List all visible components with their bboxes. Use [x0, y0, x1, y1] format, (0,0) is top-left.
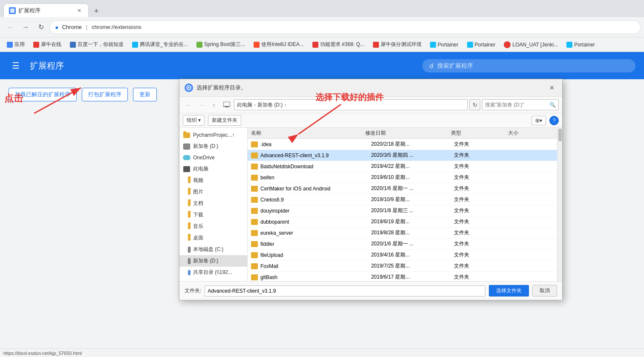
bm-icon-feature: [312, 42, 318, 48]
file-row-idea[interactable]: .idea 2020/2/18 星期... 文件夹: [248, 139, 557, 150]
sidebar-desktop[interactable]: 桌面: [179, 232, 247, 244]
sidebar-onedrive[interactable]: OneDrive: [179, 152, 247, 163]
forward-button[interactable]: →: [19, 20, 32, 34]
new-tab-button[interactable]: +: [90, 5, 102, 17]
col-name: 名称: [251, 130, 365, 137]
footer-label: 文件夹:: [185, 287, 201, 294]
pack-extension-button[interactable]: 打包扩展程序: [82, 88, 128, 101]
dialog-search-input[interactable]: [485, 102, 548, 108]
file-type-baidu-disk: 文件夹: [454, 163, 509, 170]
bookmark-baidu[interactable]: 百度一下，你就知道: [66, 40, 127, 49]
file-row-arc[interactable]: Advanced-REST-client_v3.1.9 2020/3/5 星期四…: [248, 150, 557, 161]
sidebar-share[interactable]: 共享目录 (\\192...: [179, 267, 247, 278]
folder-icon-fileupload: [251, 252, 258, 258]
active-tab[interactable]: 扩展程序 ✕: [3, 3, 89, 17]
sidebar-pycharm[interactable]: PycharmProjec...↑: [179, 130, 247, 141]
sidebar-label-music: 音乐: [193, 223, 203, 230]
bookmark-portainer1[interactable]: Portainer: [427, 41, 462, 49]
bm-icon-tencent: [132, 42, 138, 48]
sidebar-music[interactable]: 音乐: [179, 221, 247, 232]
sidebar-downloads[interactable]: 下载: [179, 209, 247, 221]
sidebar-label-pycharm: PycharmProjec...↑: [193, 132, 234, 138]
dialog-search-icon: 🔍: [549, 102, 556, 108]
file-row-eureka[interactable]: eureka_server 2019/8/28 星期... 文件夹: [248, 227, 557, 239]
organize-button[interactable]: 组织 ▾: [183, 115, 205, 126]
svg-rect-5: [225, 107, 228, 107]
sidebar-label-desktop: 桌面: [193, 234, 203, 242]
bookmark-feature[interactable]: 功能需求 #368: Q...: [309, 40, 368, 49]
sidebar-network[interactable]: 网络: [179, 278, 247, 281]
folder-icon-idea: [251, 141, 258, 147]
dialog-refresh-button[interactable]: ↻: [469, 99, 480, 110]
cancel-button[interactable]: 取消: [532, 285, 557, 297]
bm-label-spring: Spring Boot第三...: [204, 41, 245, 48]
back-button[interactable]: ←: [3, 20, 17, 34]
sidebar-label-network: 网络: [193, 280, 203, 281]
bookmark-portainer3[interactable]: Portainer: [563, 41, 598, 49]
file-type-arc: 文件夹: [454, 152, 509, 159]
file-row-dubbo[interactable]: dubboparent 2019/6/19 星期... 文件夹: [248, 216, 557, 227]
ext-search-bar[interactable]: ☌: [422, 59, 635, 72]
bookmark-spring[interactable]: Spring Boot第三...: [193, 40, 249, 49]
bookmark-xniu[interactable]: 犀牛在线: [30, 40, 65, 49]
reload-button[interactable]: ↻: [34, 20, 48, 34]
load-extension-button[interactable]: 加载已解压的扩展程序: [9, 88, 77, 101]
file-name-fileupload: fileUpload: [260, 252, 371, 258]
file-row-certmaker[interactable]: CertMaker for iOS and Android 2020/1/6 星…: [248, 183, 557, 194]
file-row-douyin[interactable]: douyinspider 2020/1/8 星期三 ... 文件夹: [248, 205, 557, 216]
dialog-back-button[interactable]: ←: [183, 99, 194, 110]
file-row-fileupload[interactable]: fileUpload 2019/4/16 星期... 文件夹: [248, 250, 557, 261]
file-type-idea: 文件夹: [454, 141, 509, 148]
update-button[interactable]: 更新: [133, 88, 157, 101]
sidebar-new-drive-top[interactable]: 新加卷 (D:): [179, 141, 247, 152]
dialog-forward-button[interactable]: →: [196, 99, 207, 110]
footer-filename-input[interactable]: [205, 285, 485, 297]
select-folder-button[interactable]: 选择文件夹: [489, 285, 529, 297]
help-button[interactable]: ?: [549, 116, 559, 125]
file-date-idea: 2020/2/18 星期...: [371, 141, 454, 148]
bookmark-intellij[interactable]: 使用IntelliJ IDEA...: [250, 40, 307, 49]
file-row-baidu-disk[interactable]: BaiduNetdiskDownload 2019/4/22 星期... 文件夹: [248, 161, 557, 172]
sidebar-video[interactable]: 视频: [179, 175, 247, 186]
browser-frame: 扩展程序 ✕ + ← → ↻ ● Chrome | chrome://exten…: [0, 0, 644, 357]
sidebar-label-c-drive: 本地磁盘 (C:): [193, 246, 223, 253]
bm-label-tencent: 腾讯课堂_专业的在...: [140, 41, 188, 48]
folder-icon-fiddler: [251, 241, 258, 247]
tab-label: 扩展程序: [18, 7, 40, 14]
sidebar-d-drive[interactable]: 新加卷 (D:): [179, 255, 247, 267]
view-button[interactable]: ⊞▾: [531, 116, 546, 125]
file-row-fiddler[interactable]: fiddler 2020/1/6 星期一 ... 文件夹: [248, 239, 557, 250]
sidebar-pictures[interactable]: 图片: [179, 186, 247, 198]
bookmark-xniu-test[interactable]: 犀牛保分测试环境: [370, 40, 425, 49]
dialog-search-bar[interactable]: 🔍: [482, 99, 559, 110]
tab-close-button[interactable]: ✕: [75, 7, 83, 14]
new-folder-button[interactable]: 新建文件夹: [208, 115, 241, 126]
address-bar[interactable]: ● Chrome | chrome://extensions: [49, 20, 641, 34]
file-row-gitbash[interactable]: gitBash 2019/6/17 星期... 文件夹: [248, 272, 557, 281]
file-row-centos[interactable]: Cnetos6.9 2019/10/9 星期... 文件夹: [248, 194, 557, 205]
bookmark-loan[interactable]: LOAN_UAT [Jenki...: [500, 40, 561, 49]
file-list-scrollbar[interactable]: [557, 128, 562, 281]
address-separator: |: [86, 24, 87, 30]
dialog-close-button[interactable]: ✕: [547, 83, 557, 93]
dialog-up-button[interactable]: ↑: [208, 99, 219, 110]
ext-search-input[interactable]: [437, 62, 629, 69]
file-row-foxmail[interactable]: FoxMail 2019/7/25 星期... 文件夹: [248, 261, 557, 272]
sidebar-c-drive[interactable]: 本地磁盘 (C:): [179, 244, 247, 255]
sidebar-this-pc[interactable]: 此电脑: [179, 163, 247, 175]
sidebar-docs[interactable]: 文档: [179, 198, 247, 209]
file-name-certmaker: CertMaker for iOS and Android: [260, 186, 371, 192]
bookmark-apps[interactable]: 应用: [3, 40, 28, 49]
file-name-douyin: douyinspider: [260, 208, 371, 214]
bookmark-tencent[interactable]: 腾讯课堂_专业的在...: [129, 40, 191, 49]
net-icon-network: [183, 281, 191, 282]
menu-button[interactable]: ☰: [9, 57, 23, 74]
file-date-foxmail: 2019/7/25 星期...: [371, 262, 454, 270]
file-name-eureka: eureka_server: [260, 230, 371, 236]
new-folder-label: 新建文件夹: [212, 117, 237, 124]
bookmark-portainer2[interactable]: Portainer: [464, 41, 499, 49]
bc-sep1: ›: [254, 102, 256, 108]
dialog-desktop-button[interactable]: [221, 99, 232, 110]
file-row-beifen[interactable]: beifen 2019/6/10 星期... 文件夹: [248, 172, 557, 183]
folder-icon-dubbo: [251, 219, 258, 225]
